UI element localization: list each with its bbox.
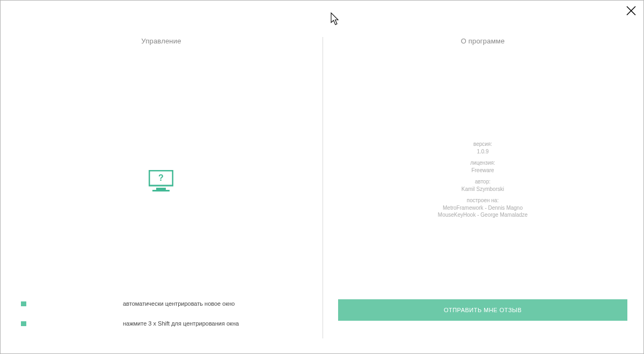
built-on-label: построен на: xyxy=(322,197,643,204)
svg-rect-3 xyxy=(156,188,166,190)
license-label: лицензия: xyxy=(322,159,643,167)
svg-text:?: ? xyxy=(158,173,164,182)
toggle-shift-center-row: нажмите 3 x Shift для центрирования окна xyxy=(21,320,239,327)
about-info-block: версия: 1.0.9 лицензия: Freeware автор: … xyxy=(322,141,643,223)
send-feedback-button[interactable]: ОТПРАВИТЬ МНЕ ОТЗЫВ xyxy=(338,299,627,321)
license-value: Freeware xyxy=(322,167,643,174)
version-label: версия: xyxy=(322,141,643,148)
toggle-auto-center-label: автоматически центрировать новое окно xyxy=(123,300,235,307)
toggle-shift-center[interactable] xyxy=(21,321,26,326)
toggle-shift-center-label: нажмите 3 x Shift для центрирования окна xyxy=(123,320,239,327)
app-window: Управление ? автоматически центрировать … xyxy=(0,0,644,354)
about-title: О программе xyxy=(322,37,643,45)
cursor-icon xyxy=(331,12,340,26)
author-value: Kamil Szymborski xyxy=(322,186,643,193)
built-on-value-1: MetroFramework - Dennis Magno xyxy=(322,204,643,212)
built-on-value-2: MouseKeyHook - George Mamaladze xyxy=(322,211,643,219)
left-pane-management: Управление ? автоматически центрировать … xyxy=(1,37,322,338)
version-value: 1.0.9 xyxy=(322,148,643,156)
close-button[interactable] xyxy=(626,6,636,16)
toggle-auto-center-row: автоматически центрировать новое окно xyxy=(21,300,235,307)
right-pane-about: О программе версия: 1.0.9 лицензия: Free… xyxy=(322,37,643,338)
svg-rect-4 xyxy=(152,190,170,191)
monitor-placeholder-icon[interactable]: ? xyxy=(149,170,173,191)
toggle-auto-center[interactable] xyxy=(21,301,26,306)
author-label: автор: xyxy=(322,178,643,186)
close-icon xyxy=(626,8,636,17)
management-title: Управление xyxy=(1,37,322,45)
